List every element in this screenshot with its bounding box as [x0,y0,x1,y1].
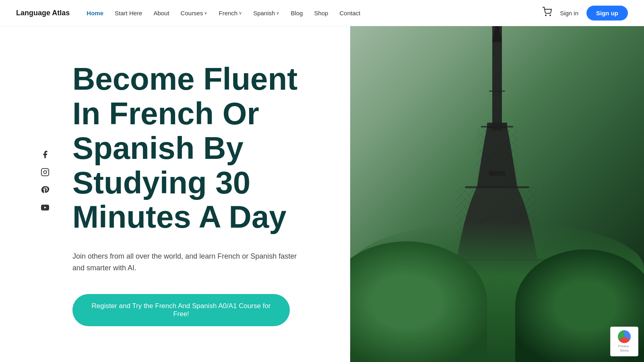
pinterest-icon[interactable] [40,185,50,195]
recaptcha-badge: Privacy - Terms [610,327,638,356]
hero-cta-button[interactable]: Register and Try the French And Spanish … [72,294,290,326]
svg-rect-18 [489,90,505,92]
french-chevron-icon: ∨ [239,10,242,16]
svg-point-3 [43,171,46,173]
youtube-icon[interactable] [40,203,50,212]
hero-subtitle: Join others from all over the world, and… [72,251,298,274]
hero-section: Become Fluent In French Or Spanish By St… [0,0,644,362]
recaptcha-text: Privacy - Terms [615,344,634,353]
nav-spanish[interactable]: Spanish ∨ [249,7,283,19]
social-bar [40,150,50,212]
navbar: Language Atlas Home Start Here About Cou… [0,0,644,26]
svg-rect-19 [487,123,507,128]
hero-content: Become Fluent In French Or Spanish By St… [0,26,350,362]
navbar-right: Sign in Sign up [542,6,628,21]
nav-courses[interactable]: Courses ∨ [177,7,212,19]
svg-point-0 [545,15,546,16]
nav-home[interactable]: Home [83,7,107,19]
svg-rect-14 [477,127,517,187]
svg-rect-20 [489,171,505,176]
cart-icon[interactable] [542,7,552,19]
navbar-left: Language Atlas Home Start Here About Cou… [16,7,364,19]
nav-links: Home Start Here About Courses ∨ French ∨… [83,7,364,19]
nav-contact[interactable]: Contact [335,7,364,19]
svg-point-1 [550,15,551,16]
svg-rect-16 [465,186,529,188]
hero-title: Become Fluent In French Or Spanish By St… [72,62,318,234]
courses-chevron-icon: ∨ [204,10,207,16]
nav-blog[interactable]: Blog [287,7,307,19]
svg-point-4 [47,170,47,171]
svg-rect-2 [41,169,49,176]
instagram-icon[interactable] [40,167,50,177]
sign-up-button[interactable]: Sign up [586,6,628,21]
sign-in-link[interactable]: Sign in [560,10,578,16]
nav-about[interactable]: About [149,7,173,19]
eiffel-background [350,26,644,362]
spanish-chevron-icon: ∨ [276,10,279,16]
facebook-icon[interactable] [40,150,50,159]
nav-shop[interactable]: Shop [310,7,332,19]
hero-image [350,26,644,362]
brand-logo[interactable]: Language Atlas [16,9,70,17]
nav-french[interactable]: French ∨ [215,7,246,19]
recaptcha-logo [618,330,631,343]
nav-start-here[interactable]: Start Here [111,7,146,19]
